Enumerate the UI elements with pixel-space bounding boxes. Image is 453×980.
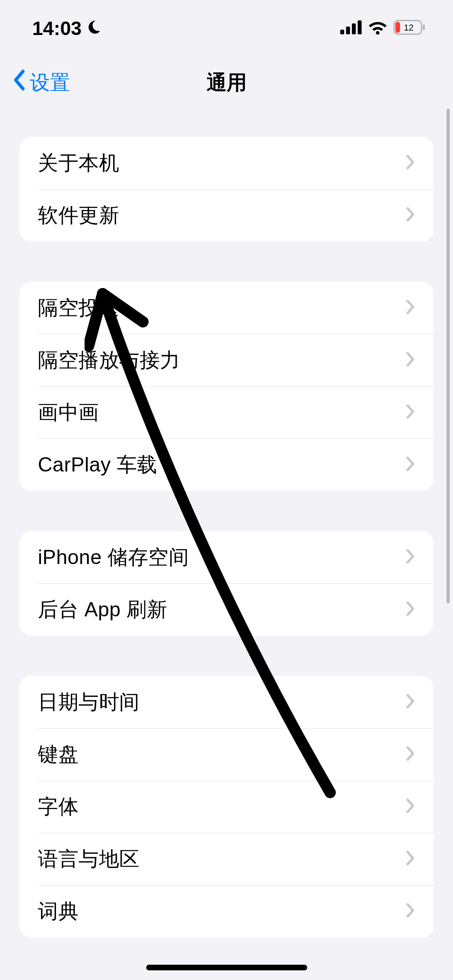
svg-point-4 (376, 31, 380, 35)
row-label: 软件更新 (38, 202, 119, 229)
battery-percent-text: 12 (404, 23, 414, 33)
row-pip[interactable]: 画中画 (19, 386, 434, 439)
chevron-right-icon (405, 745, 415, 763)
row-software-update[interactable]: 软件更新 (19, 189, 434, 241)
svg-rect-3 (358, 21, 362, 35)
do-not-disturb-icon (87, 17, 103, 39)
status-bar: 14:03 12 (0, 0, 453, 56)
chevron-right-icon (405, 601, 415, 618)
row-airplay-handoff[interactable]: 隔空播放与接力 (19, 334, 434, 386)
row-language-region[interactable]: 语言与地区 (19, 833, 434, 885)
row-label: CarPlay 车载 (38, 451, 157, 478)
status-time: 14:03 (32, 17, 82, 39)
svg-rect-7 (423, 25, 425, 30)
chevron-right-icon (405, 351, 415, 369)
row-label: 键盘 (38, 741, 79, 768)
row-airdrop[interactable]: 隔空投送 (19, 282, 434, 334)
chevron-right-icon (405, 154, 415, 172)
row-label: 隔空播放与接力 (38, 347, 180, 374)
wifi-icon (368, 20, 388, 37)
svg-rect-6 (395, 22, 400, 33)
row-label: 日期与时间 (38, 689, 140, 716)
row-label: 字体 (38, 793, 79, 820)
chevron-right-icon (405, 404, 415, 421)
svg-rect-2 (352, 23, 356, 34)
row-keyboard[interactable]: 键盘 (19, 728, 434, 780)
row-label: 语言与地区 (38, 846, 140, 873)
chevron-right-icon (405, 798, 415, 815)
svg-rect-1 (346, 27, 350, 34)
row-background-refresh[interactable]: 后台 App 刷新 (19, 583, 434, 636)
row-label: 后台 App 刷新 (38, 596, 167, 623)
chevron-right-icon (405, 548, 415, 566)
chevron-right-icon (405, 902, 415, 920)
row-date-time[interactable]: 日期与时间 (19, 676, 434, 728)
battery-icon: 12 (393, 20, 425, 37)
row-label: 隔空投送 (38, 294, 119, 321)
nav-header: 设置 通用 (0, 56, 453, 109)
group-about: 关于本机软件更新 (19, 137, 434, 241)
row-label: 画中画 (38, 399, 99, 426)
home-indicator[interactable] (146, 965, 307, 970)
back-button[interactable]: 设置 (12, 69, 70, 96)
back-label: 设置 (30, 69, 70, 96)
settings-content: 关于本机软件更新隔空投送隔空播放与接力画中画CarPlay 车载iPhone 储… (0, 137, 453, 937)
svg-rect-0 (340, 30, 344, 35)
row-label: iPhone 储存空间 (38, 544, 189, 571)
row-dictionary[interactable]: 词典 (19, 885, 434, 937)
cellular-signal-icon (340, 20, 362, 36)
row-label: 词典 (38, 898, 79, 925)
row-about[interactable]: 关于本机 (19, 137, 434, 189)
chevron-right-icon (405, 206, 415, 224)
group-locale: 日期与时间键盘字体语言与地区词典 (19, 676, 434, 937)
row-carplay[interactable]: CarPlay 车载 (19, 439, 434, 491)
group-storage: iPhone 储存空间后台 App 刷新 (19, 531, 434, 636)
group-connectivity: 隔空投送隔空播放与接力画中画CarPlay 车载 (19, 282, 434, 491)
scroll-indicator[interactable] (447, 109, 450, 603)
status-left: 14:03 (32, 17, 103, 39)
row-iphone-storage[interactable]: iPhone 储存空间 (19, 531, 434, 583)
chevron-right-icon (405, 850, 415, 868)
status-right: 12 (340, 20, 425, 37)
chevron-right-icon (405, 693, 415, 711)
row-fonts[interactable]: 字体 (19, 780, 434, 833)
chevron-right-icon (405, 299, 415, 317)
row-label: 关于本机 (38, 150, 119, 177)
chevron-right-icon (405, 456, 415, 474)
chevron-left-icon (12, 69, 27, 96)
